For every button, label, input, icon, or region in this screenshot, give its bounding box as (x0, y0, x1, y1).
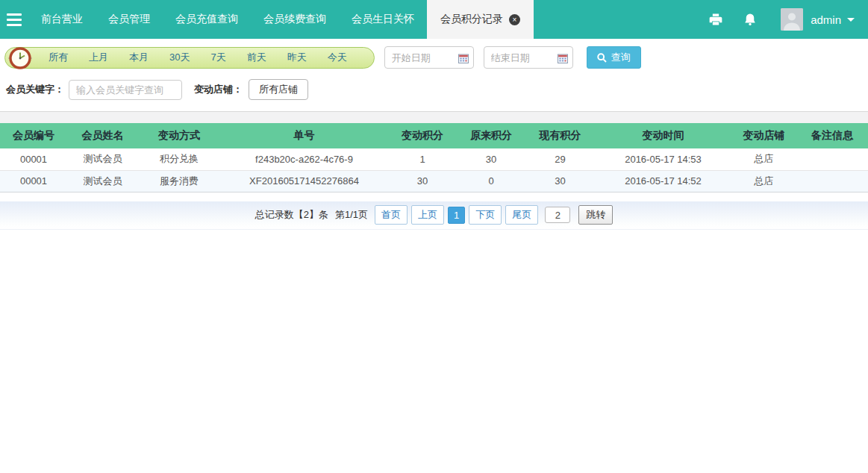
cell-remarks (796, 148, 868, 170)
col-change-type: 变动方式 (138, 123, 220, 148)
nav-item-member-management[interactable]: 会员管理 (96, 0, 163, 39)
cell-member-id: 00001 (0, 170, 67, 192)
cell-order-no: f243b20c-a262-4c76-9 (220, 148, 388, 170)
cell-member-id: 00001 (0, 148, 67, 170)
col-member-id: 会员编号 (0, 123, 67, 148)
cell-change-points: 30 (388, 170, 457, 192)
store-label: 变动店铺： (194, 83, 243, 96)
cell-remarks (796, 170, 868, 192)
menu-icon[interactable] (0, 0, 28, 39)
cell-member-name: 测试会员 (67, 170, 138, 192)
keyword-label: 会员关键字： (6, 83, 64, 96)
range-day-before-yesterday[interactable]: 前天 (237, 51, 277, 64)
prev-page-button[interactable]: 上页 (411, 205, 444, 225)
search-button-label: 查询 (611, 51, 631, 64)
range-today[interactable]: 今天 (317, 51, 357, 64)
pagination-bar: 总记录数【2】条 第1/1页 首页 上页 1 下页 尾页 跳转 (0, 201, 868, 230)
end-date-field (484, 46, 573, 69)
first-page-button[interactable]: 首页 (375, 205, 408, 225)
points-record-table: 会员编号 会员姓名 变动方式 单号 变动积分 原来积分 现有积分 变动时间 变动… (0, 123, 868, 192)
cell-original-points: 0 (457, 170, 525, 192)
cell-change-store: 总店 (731, 148, 796, 170)
member-keyword-input[interactable] (69, 80, 182, 100)
col-current-points: 现有积分 (525, 123, 595, 148)
col-member-name: 会员姓名 (67, 123, 138, 148)
navbar-right: admin (699, 0, 868, 39)
app: 前台营业 会员管理 会员充值查询 会员续费查询 会员生日关怀 会员积分记录 × (0, 0, 868, 230)
range-30-days[interactable]: 30天 (159, 51, 200, 64)
page-indicator: 第1/1页 (335, 208, 368, 222)
table-row[interactable]: 00001 测试会员 服务消费 XF201605171452276864 30 … (0, 170, 868, 192)
range-7-days[interactable]: 7天 (200, 51, 236, 64)
cell-change-points: 1 (388, 148, 457, 170)
last-page-button[interactable]: 尾页 (505, 205, 538, 225)
col-original-points: 原来积分 (457, 123, 525, 148)
col-order-no: 单号 (220, 123, 388, 148)
next-page-button[interactable]: 下页 (469, 205, 502, 225)
separator-band (0, 111, 868, 123)
col-remarks: 备注信息 (796, 123, 868, 148)
range-last-month[interactable]: 上月 (78, 51, 119, 64)
date-filter-row: 所有 上月 本月 30天 7天 前天 昨天 今天 (4, 46, 868, 69)
jump-page-input[interactable] (545, 207, 570, 223)
nav-item-recharge-query[interactable]: 会员充值查询 (163, 0, 251, 39)
col-change-store: 变动店铺 (731, 123, 796, 148)
nav-item-renewal-query[interactable]: 会员续费查询 (251, 0, 339, 39)
record-count: 总记录数【2】条 (255, 208, 328, 222)
cell-change-type: 服务消费 (138, 170, 220, 192)
cell-change-type: 积分兑换 (138, 148, 220, 170)
print-icon[interactable] (699, 12, 733, 27)
range-this-month[interactable]: 本月 (119, 51, 159, 64)
current-page-button[interactable]: 1 (448, 207, 465, 224)
username[interactable]: admin (811, 13, 841, 26)
nav-item-front-desk[interactable]: 前台营业 (28, 0, 96, 39)
cell-change-time: 2016-05-17 14:53 (595, 148, 731, 170)
cell-change-time: 2016-05-17 14:52 (595, 170, 731, 192)
cell-current-points: 30 (525, 170, 595, 192)
cell-order-no: XF201605171452276864 (220, 170, 388, 192)
range-all[interactable]: 所有 (38, 51, 78, 64)
cell-member-name: 测试会员 (67, 148, 138, 170)
top-navbar: 前台营业 会员管理 会员充值查询 会员续费查询 会员生日关怀 会员积分记录 × (0, 0, 868, 39)
start-date-field (384, 46, 474, 69)
tab-member-points-record[interactable]: 会员积分记录 × (427, 0, 534, 39)
keyword-filter-row: 会员关键字： 变动店铺： 所有店铺 (6, 79, 868, 100)
notifications-bell-icon[interactable] (733, 12, 767, 27)
jump-button[interactable]: 跳转 (578, 205, 613, 225)
calendar-icon[interactable] (558, 53, 568, 66)
tab-label: 会员积分记录 (440, 13, 503, 26)
avatar[interactable] (781, 8, 803, 31)
cell-current-points: 29 (525, 148, 595, 170)
clock-icon (7, 46, 33, 71)
cell-change-store: 总店 (731, 170, 796, 192)
range-yesterday[interactable]: 昨天 (277, 51, 317, 64)
search-icon (597, 53, 607, 63)
table-row[interactable]: 00001 测试会员 积分兑换 f243b20c-a262-4c76-9 1 3… (0, 148, 868, 170)
col-change-points: 变动积分 (388, 123, 457, 148)
col-change-time: 变动时间 (595, 123, 731, 148)
cell-original-points: 30 (457, 148, 525, 170)
nav-item-birthday-care[interactable]: 会员生日关怀 (339, 0, 427, 39)
chevron-down-icon[interactable] (847, 18, 855, 22)
store-select-button[interactable]: 所有店铺 (249, 79, 308, 100)
close-icon[interactable]: × (509, 14, 520, 25)
quick-date-filter: 所有 上月 本月 30天 7天 前天 昨天 今天 (4, 47, 375, 69)
table-header-row: 会员编号 会员姓名 变动方式 单号 变动积分 原来积分 现有积分 变动时间 变动… (0, 123, 868, 148)
search-button[interactable]: 查询 (587, 46, 641, 69)
calendar-icon[interactable] (458, 53, 469, 66)
